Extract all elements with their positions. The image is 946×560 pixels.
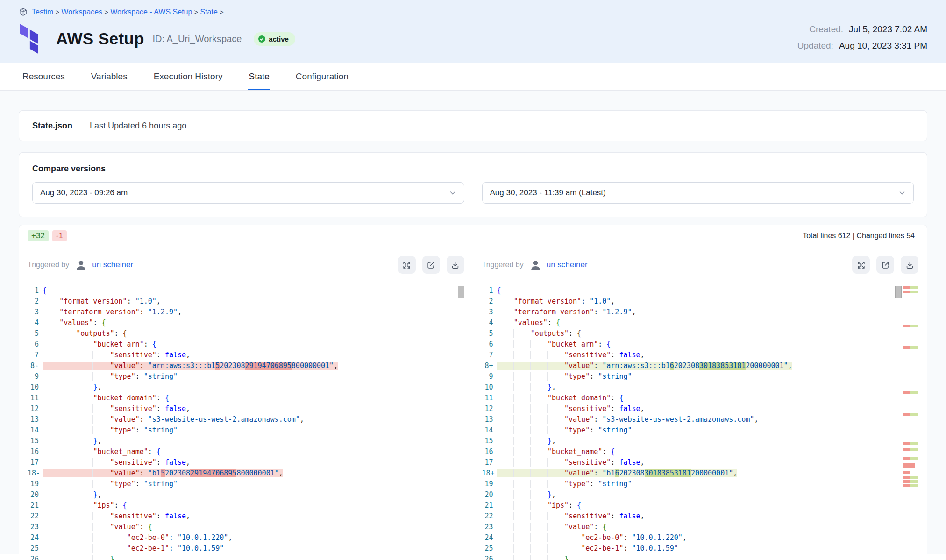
line-number: 4 xyxy=(28,318,43,328)
scrollbar-thumb[interactable] xyxy=(895,286,902,298)
line-number: 12 xyxy=(28,404,43,414)
breadcrumb-link[interactable]: Testim xyxy=(32,8,53,16)
indent-guide xyxy=(513,490,531,499)
breadcrumb-items: Testim > Workspaces > Workspace - AWS Se… xyxy=(32,8,224,16)
code-line: 13 "value": "s3-website-us-west-2.amazon… xyxy=(482,414,902,425)
code-token: , xyxy=(569,555,573,560)
indent-guide xyxy=(513,447,531,456)
diff-ruler-mark xyxy=(903,476,918,479)
code-token: : xyxy=(594,415,602,424)
code-token: "values" xyxy=(514,319,548,327)
tab-state[interactable]: State xyxy=(248,63,270,90)
indent-guide xyxy=(513,523,531,531)
code-token: { xyxy=(619,394,623,402)
code-token: "ec2-be-1" xyxy=(127,544,169,553)
indent-guide xyxy=(43,372,59,381)
diff-ruler-mark xyxy=(903,442,918,445)
code-token: { xyxy=(611,447,615,456)
breadcrumb-link[interactable]: Workspace - AWS Setup xyxy=(110,8,192,16)
code-line: 22 "sensitive": false, xyxy=(28,511,464,522)
code-token: : xyxy=(611,458,619,467)
download-button[interactable] xyxy=(901,256,918,274)
code-token: : xyxy=(156,404,165,413)
check-circle-icon xyxy=(258,35,265,43)
indent-guide xyxy=(530,555,548,560)
code-token: "sensitive" xyxy=(110,512,156,520)
tab-execution-history[interactable]: Execution History xyxy=(153,63,224,90)
indent-guide xyxy=(530,458,548,467)
created-value: Jul 5, 2023 7:02 AM xyxy=(849,24,927,35)
code-line: 20 }, xyxy=(28,489,464,500)
code-token: { xyxy=(577,329,581,338)
code-token: : xyxy=(611,512,619,520)
line-number: 15 xyxy=(28,436,43,447)
indent-guide xyxy=(530,469,548,477)
code-token: "type" xyxy=(110,372,135,381)
indent-guide xyxy=(547,533,564,542)
tab-configuration[interactable]: Configuration xyxy=(295,63,349,90)
avatar xyxy=(529,259,542,271)
line-number: 13 xyxy=(482,414,497,425)
indent-guide xyxy=(76,340,93,348)
indent-guide xyxy=(513,458,531,467)
indent-guide xyxy=(43,415,59,424)
indent-guide xyxy=(547,480,564,488)
right-version-select[interactable]: Aug 30, 2023 - 11:39 am (Latest) xyxy=(482,182,914,204)
code-editor-left[interactable]: 1{2 "format_version": "1.0",3 "terraform… xyxy=(28,285,464,560)
code-token: { xyxy=(497,286,501,295)
triggered-by-user-link[interactable]: uri scheiner xyxy=(547,260,588,269)
indent-guide xyxy=(530,523,548,531)
expand-button[interactable] xyxy=(398,256,416,274)
code-editor-right[interactable]: 1{2 "format_version": "1.0",3 "terraform… xyxy=(482,285,919,560)
left-version-select[interactable]: Aug 30, 2023 - 09:26 am xyxy=(32,182,464,204)
terraform-logo xyxy=(19,24,48,54)
code-token: : xyxy=(590,480,598,488)
diff-card: +32 -1 Total lines 612 | Changed lines 5… xyxy=(19,225,927,560)
code-token: : xyxy=(569,329,577,338)
download-button[interactable] xyxy=(447,256,464,274)
code-token: , xyxy=(186,512,190,520)
indent-guide xyxy=(497,383,514,391)
code-token: { xyxy=(577,501,581,510)
code-token: false xyxy=(165,404,186,413)
breadcrumb-link[interactable]: Workspaces xyxy=(61,8,102,16)
indent-guide xyxy=(497,404,514,413)
breadcrumb-link[interactable]: State xyxy=(200,8,217,16)
indent-guide xyxy=(513,362,531,370)
indent-guide xyxy=(513,394,531,402)
code-token: : xyxy=(594,362,602,370)
code-line: 26 }, xyxy=(28,554,464,560)
line-number: 23 xyxy=(28,522,43,532)
updated-label: Updated: xyxy=(797,41,833,51)
code-token: false xyxy=(165,512,186,520)
indent-guide xyxy=(59,480,76,488)
open-external-button[interactable] xyxy=(422,256,440,274)
code-token: "1.0" xyxy=(135,297,156,305)
tab-bar: ResourcesVariablesExecution HistoryState… xyxy=(0,63,946,91)
indent-guide xyxy=(59,383,76,391)
code-token: "sensitive" xyxy=(110,351,156,359)
updated-value: Aug 10, 2023 3:31 PM xyxy=(839,41,927,51)
tab-resources[interactable]: Resources xyxy=(21,63,66,90)
indent-guide xyxy=(43,308,59,316)
code-line: 17 "sensitive": false, xyxy=(28,457,464,468)
expand-button[interactable] xyxy=(852,256,870,274)
diff-ruler-mark xyxy=(903,457,918,460)
code-line: 10 }, xyxy=(482,382,902,393)
triggered-by-user-link[interactable]: uri scheiner xyxy=(92,260,133,269)
open-external-button[interactable] xyxy=(876,256,894,274)
tab-variables[interactable]: Variables xyxy=(90,63,128,90)
code-token: { xyxy=(101,319,106,327)
right-version-value: Aug 30, 2023 - 11:39 am (Latest) xyxy=(490,188,606,198)
code-token: , xyxy=(97,437,101,445)
indent-guide xyxy=(43,555,59,560)
indent-guide xyxy=(497,415,514,424)
code-line: 16 "bucket_name": { xyxy=(482,447,902,457)
scrollbar-thumb[interactable] xyxy=(458,286,464,298)
code-token: "sensitive" xyxy=(564,404,611,413)
indent-guide xyxy=(530,426,548,434)
code-token: "ec2-be-1" xyxy=(581,544,623,553)
indent-guide xyxy=(76,415,93,424)
line-number: 21 xyxy=(482,500,497,511)
code-line: 20 }, xyxy=(482,489,902,500)
